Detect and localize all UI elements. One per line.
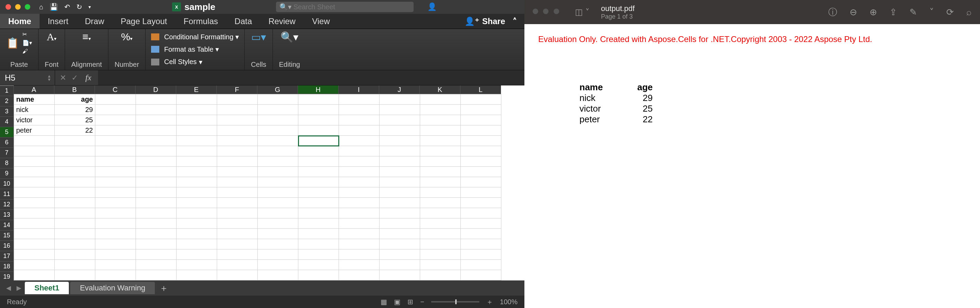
- cell[interactable]: [14, 177, 55, 187]
- cell[interactable]: [217, 219, 258, 229]
- minimize-button[interactable]: [15, 4, 21, 10]
- cell[interactable]: [380, 167, 420, 177]
- minimize-button[interactable]: [543, 9, 549, 14]
- cell[interactable]: [339, 136, 380, 146]
- cell[interactable]: [339, 115, 380, 125]
- cell[interactable]: [339, 239, 380, 249]
- cell[interactable]: [380, 208, 420, 219]
- cell[interactable]: [95, 249, 136, 260]
- cell[interactable]: [177, 115, 217, 125]
- cell-A2[interactable]: nick: [14, 105, 55, 115]
- cell[interactable]: [14, 156, 55, 167]
- sheet-tab-evaluation[interactable]: Evaluation Warning: [70, 282, 155, 294]
- cell[interactable]: [380, 94, 420, 105]
- zoom-value[interactable]: 100%: [500, 298, 517, 306]
- cell[interactable]: [420, 260, 461, 270]
- cell[interactable]: [95, 105, 136, 115]
- cell[interactable]: [380, 198, 420, 208]
- name-box[interactable]: H5 ▲▼: [0, 70, 55, 85]
- cell[interactable]: [136, 239, 177, 249]
- cancel-formula-icon[interactable]: ✕: [60, 73, 66, 82]
- cell[interactable]: [380, 260, 420, 270]
- cell[interactable]: [217, 239, 258, 249]
- cell[interactable]: [55, 219, 95, 229]
- row-header[interactable]: 6: [0, 137, 14, 148]
- cell[interactable]: [217, 198, 258, 208]
- tab-formulas[interactable]: Formulas: [175, 14, 226, 29]
- col-header[interactable]: J: [379, 85, 420, 94]
- sheet-tab-active[interactable]: Sheet1: [25, 282, 69, 294]
- cell-B3[interactable]: 25: [55, 115, 95, 125]
- cell[interactable]: [380, 219, 420, 229]
- cell[interactable]: [461, 249, 501, 260]
- zoom-slider[interactable]: [431, 301, 479, 303]
- markup-icon[interactable]: ✎: [910, 7, 917, 18]
- search-icon[interactable]: ⌕: [966, 7, 972, 18]
- copy-icon[interactable]: 📄▾: [22, 40, 32, 46]
- cell[interactable]: [339, 198, 380, 208]
- row-header[interactable]: 8: [0, 158, 14, 169]
- sheet-nav-next[interactable]: ▶: [14, 284, 24, 292]
- maximize-button[interactable]: [554, 9, 559, 14]
- cell-A4[interactable]: peter: [14, 125, 55, 136]
- format-painter-icon[interactable]: 🖌: [22, 48, 32, 54]
- cell[interactable]: [420, 136, 461, 146]
- cell[interactable]: [298, 177, 339, 187]
- cell[interactable]: [55, 136, 95, 146]
- cell[interactable]: [55, 229, 95, 239]
- sidebar-toggle-icon[interactable]: ◫ ˅: [575, 7, 589, 17]
- cell[interactable]: [258, 249, 298, 260]
- cell[interactable]: [177, 105, 217, 115]
- cell[interactable]: [177, 177, 217, 187]
- cell[interactable]: [177, 260, 217, 270]
- cell[interactable]: [298, 125, 339, 136]
- cell[interactable]: [380, 177, 420, 187]
- cell[interactable]: [95, 125, 136, 136]
- cell[interactable]: [339, 219, 380, 229]
- cell[interactable]: [136, 260, 177, 270]
- cell[interactable]: [217, 229, 258, 239]
- cell[interactable]: [14, 208, 55, 219]
- cell[interactable]: [95, 146, 136, 156]
- cell[interactable]: [461, 167, 501, 177]
- cell[interactable]: [461, 187, 501, 198]
- tab-view[interactable]: View: [304, 14, 338, 29]
- cell[interactable]: [258, 136, 298, 146]
- cut-icon[interactable]: ✂: [22, 31, 32, 38]
- cell[interactable]: [298, 229, 339, 239]
- cell[interactable]: [217, 125, 258, 136]
- cell[interactable]: [339, 125, 380, 136]
- cell[interactable]: [461, 219, 501, 229]
- cell[interactable]: [55, 198, 95, 208]
- cell[interactable]: [339, 187, 380, 198]
- cell[interactable]: [177, 270, 217, 281]
- cell[interactable]: [420, 229, 461, 239]
- search-input[interactable]: [294, 3, 410, 11]
- cell[interactable]: [380, 146, 420, 156]
- cell[interactable]: [339, 94, 380, 105]
- cell[interactable]: [14, 167, 55, 177]
- cell[interactable]: [258, 239, 298, 249]
- cell[interactable]: [420, 270, 461, 281]
- cell[interactable]: [461, 260, 501, 270]
- cell[interactable]: [258, 270, 298, 281]
- cell[interactable]: [136, 167, 177, 177]
- cell[interactable]: [380, 249, 420, 260]
- cell[interactable]: [298, 94, 339, 105]
- cell[interactable]: [136, 198, 177, 208]
- cell[interactable]: [420, 239, 461, 249]
- cell[interactable]: [461, 270, 501, 281]
- cell-A1[interactable]: name: [14, 94, 55, 105]
- tab-data[interactable]: Data: [226, 14, 261, 29]
- row-header[interactable]: 16: [0, 241, 14, 251]
- row-header[interactable]: 5: [0, 127, 14, 137]
- cell[interactable]: [298, 146, 339, 156]
- cell[interactable]: [14, 146, 55, 156]
- cell[interactable]: [461, 198, 501, 208]
- dropdown-icon[interactable]: ˅: [929, 7, 934, 18]
- col-header[interactable]: I: [339, 85, 379, 94]
- cell[interactable]: [420, 94, 461, 105]
- cell[interactable]: [95, 94, 136, 105]
- cell[interactable]: [258, 146, 298, 156]
- cell[interactable]: [217, 136, 258, 146]
